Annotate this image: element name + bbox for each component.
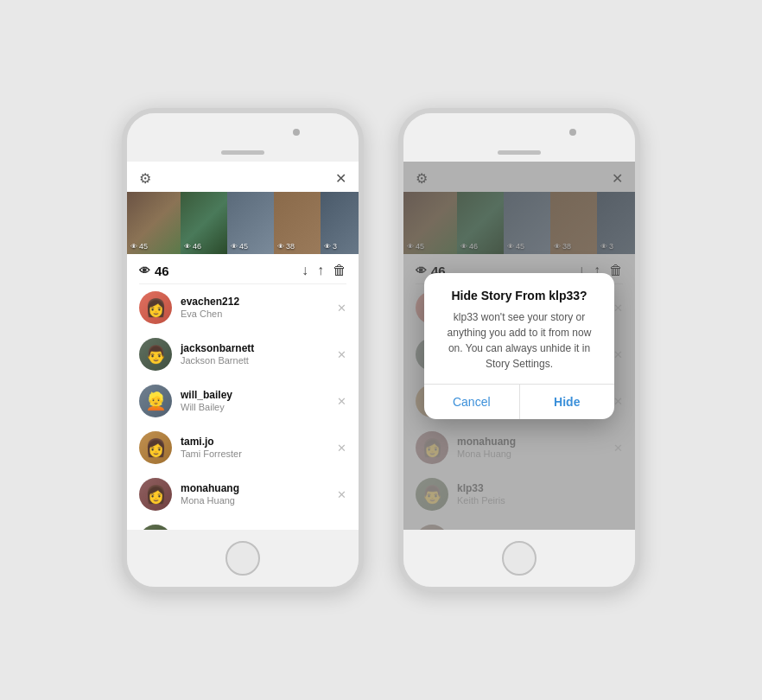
avatar-mona-left: 👩 [139, 478, 172, 511]
dialog-overlay: Hide Story From klp33? klp33 won't see y… [403, 162, 635, 530]
name-jackson-left: Jackson Barnett [181, 355, 346, 366]
user-list-left[interactable]: 👩 evachen212 Eva Chen ✕ 👨 jacksonbarnett… [127, 284, 359, 530]
name-will-left: Will Bailey [181, 402, 346, 413]
user-info-will-left: will_bailey Will Bailey [181, 389, 346, 413]
dialog-actions: Cancel Hide [424, 384, 614, 419]
avatar-tami-left: 👩 [139, 431, 172, 464]
phone-left: ⚙ ✕ 👁45 👁46 👁45 👁38 👁3 [122, 108, 364, 592]
story-thumb-3-left[interactable]: 👁45 [227, 192, 274, 254]
story-thumb-2-left[interactable]: 👁46 [181, 192, 227, 254]
share-icon-left[interactable]: ↑ [317, 263, 324, 278]
name-evachen-left: Eva Chen [181, 309, 346, 320]
user-info-evachen-left: evachen212 Eva Chen [181, 296, 346, 320]
user-item-tami-left[interactable]: 👩 tami.jo Tami Forrester ✕ [127, 424, 359, 471]
viewers-count-left: 👁 46 [139, 264, 169, 278]
screen-right: ⚙ ✕ 👁45 👁46 👁45 👁38 👁3 [403, 162, 635, 530]
download-icon-left[interactable]: ↓ [302, 263, 308, 278]
user-item-evachen-left[interactable]: 👩 evachen212 Eva Chen ✕ [127, 284, 359, 331]
avatar-will-left: 👱 [139, 385, 172, 417]
avatar-evachen-left: 👩 [139, 291, 172, 324]
name-tami-left: Tami Forrester [181, 449, 346, 460]
story-strip-left[interactable]: 👁45 👁46 👁45 👁38 👁3 [127, 192, 359, 254]
action-icons-left: ↓ ↑ 🗑 [302, 263, 346, 278]
dialog-message: klp33 won't see your story or anything y… [440, 309, 599, 372]
story-thumb-1-left[interactable]: 👁45 [127, 192, 181, 254]
speaker-right [498, 150, 541, 155]
screen-header-left: ⚙ ✕ [127, 162, 359, 192]
phone-bottom-bar-left [127, 530, 359, 587]
speaker-left [221, 150, 264, 155]
phones-container: ⚙ ✕ 👁45 👁46 👁45 👁38 👁3 [122, 108, 640, 592]
handle-jackson-left: jacksonbarnett [181, 342, 346, 354]
user-info-klp-left: klp33 Keith Peiris [181, 529, 346, 530]
dismiss-will-left[interactable]: ✕ [337, 395, 346, 408]
phone-top-bar-right [403, 113, 635, 162]
home-button-right[interactable] [502, 541, 537, 576]
user-info-mona-left: monahuang Mona Huang [181, 482, 346, 506]
viewers-header-left: 👁 46 ↓ ↑ 🗑 [127, 254, 359, 283]
camera-right [569, 129, 576, 136]
delete-icon-left[interactable]: 🗑 [333, 263, 346, 278]
avatar-jackson-left: 👨 [139, 338, 172, 371]
count-number-left: 46 [155, 264, 169, 278]
home-button-left[interactable] [225, 541, 260, 576]
user-item-will-left[interactable]: 👱 will_bailey Will Bailey ✕ [127, 378, 359, 424]
phone-right: ⚙ ✕ 👁45 👁46 👁45 👁38 👁3 [398, 108, 640, 592]
dialog-box: Hide Story From klp33? klp33 won't see y… [424, 273, 614, 419]
cancel-button[interactable]: Cancel [424, 385, 520, 419]
handle-mona-left: monahuang [181, 482, 346, 494]
name-mona-left: Mona Huang [181, 495, 346, 506]
handle-tami-left: tami.jo [181, 436, 346, 448]
handle-will-left: will_bailey [181, 389, 346, 401]
dismiss-evachen-left[interactable]: ✕ [337, 302, 346, 315]
dismiss-jackson-left[interactable]: ✕ [337, 348, 346, 361]
phone-top-bar-left [127, 113, 359, 162]
avatar-klp-left: 👨 [139, 525, 172, 530]
dialog-title: Hide Story From klp33? [440, 289, 599, 302]
user-item-jackson-left[interactable]: 👨 jacksonbarnett Jackson Barnett ✕ [127, 331, 359, 378]
story-thumb-4-left[interactable]: 👁38 [274, 192, 321, 254]
dismiss-tami-left[interactable]: ✕ [337, 442, 346, 455]
camera-left [293, 129, 300, 136]
handle-evachen-left: evachen212 [181, 296, 346, 308]
phone-bottom-bar-right [403, 530, 635, 587]
gear-icon-left[interactable]: ⚙ [139, 170, 151, 187]
dismiss-mona-left[interactable]: ✕ [337, 488, 346, 501]
user-info-tami-left: tami.jo Tami Forrester [181, 436, 346, 460]
eye-icon-left: 👁 [139, 264, 150, 277]
story-thumb-5-left[interactable]: 👁3 [321, 192, 359, 254]
dialog-content: Hide Story From klp33? klp33 won't see y… [424, 273, 614, 384]
hide-button[interactable]: Hide [520, 385, 615, 419]
user-info-jackson-left: jacksonbarnett Jackson Barnett [181, 342, 346, 366]
user-item-klp-left[interactable]: 👨 klp33 Keith Peiris ✕ [127, 518, 359, 530]
close-icon-left[interactable]: ✕ [335, 170, 346, 187]
user-item-mona-left[interactable]: 👩 monahuang Mona Huang ✕ [127, 471, 359, 518]
screen-left: ⚙ ✕ 👁45 👁46 👁45 👁38 👁3 [127, 162, 359, 530]
handle-klp-left: klp33 [181, 529, 346, 530]
